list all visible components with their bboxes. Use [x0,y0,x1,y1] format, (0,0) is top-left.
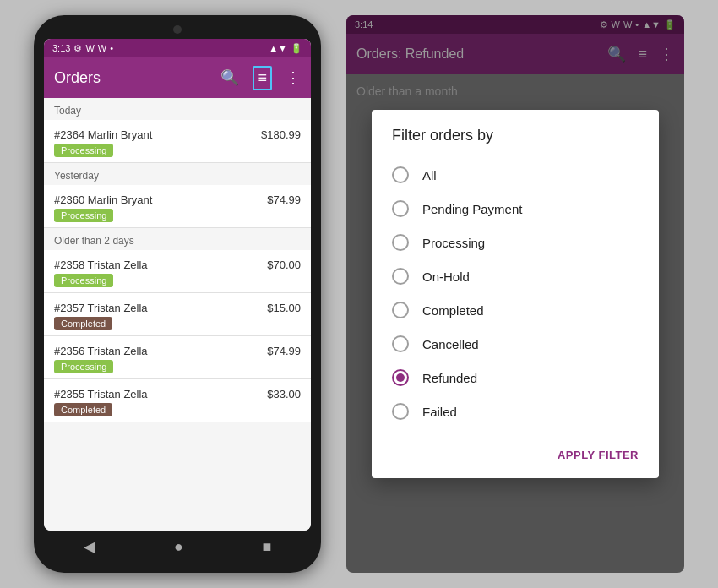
battery-icon: 🔋 [291,43,302,54]
radio-circle-failed [392,403,409,420]
radio-circle-completed [392,302,409,318]
status-badge: Processing [54,209,113,222]
back-button[interactable]: ◀ [84,537,95,556]
status-badge: Completed [54,403,112,416]
order-id-name: #2355 Tristan Zella [54,388,148,400]
radio-circle-all [392,166,409,183]
right-panel: 3:14 ⚙ W W • ▲▼ 🔋 Orders: Refunded 🔍 ≡ ⋮… [346,15,684,573]
phone-screen: 3:13 ⚙ W W • ▲▼ 🔋 Orders 🔍 ≡ ⋮ To [44,39,311,531]
order-item[interactable]: #2358 Tristan Zella $70.00 Processing [44,250,311,293]
wifi-icon: W [85,43,94,53]
order-id-name: #2360 Marlin Bryant [54,193,152,206]
radio-circle-processing [392,234,409,251]
search-icon[interactable]: 🔍 [220,68,239,87]
status-badge: Completed [54,317,112,330]
radio-circle-cancelled [392,335,409,352]
order-item[interactable]: #2360 Marlin Bryant $74.99 Processing [44,185,311,228]
more-options-icon[interactable]: ⋮ [286,68,301,87]
radio-label-refunded: Refunded [422,371,477,385]
radio-inner-refunded [396,373,405,382]
status-bar-left: 3:13 ⚙ W W • [52,43,113,54]
section-yesterday: Yesterday [44,163,311,185]
order-item[interactable]: #2364 Marlin Bryant $180.99 Processing [44,120,311,163]
order-id-name: #2364 Marlin Bryant [54,128,152,141]
filter-dialog: Filter orders by All Pending Payment Pro… [372,110,659,478]
phone-camera [173,25,182,34]
radio-cancelled[interactable]: Cancelled [372,327,659,361]
order-item[interactable]: #2357 Tristan Zella $15.00 Completed [44,293,311,336]
radio-processing[interactable]: Processing [372,226,659,259]
order-amount: $33.00 [267,388,301,400]
order-id-name: #2357 Tristan Zella [54,302,148,314]
section-today: Today [44,98,311,120]
radio-failed[interactable]: Failed [372,395,659,428]
radio-label-cancelled: Cancelled [422,337,479,351]
order-id-name: #2356 Tristan Zella [54,345,148,357]
signal-icon: ▲▼ [269,43,287,53]
order-amount: $70.00 [267,259,301,271]
order-amount: $74.99 [267,193,301,206]
status-badge: Processing [54,144,113,157]
app-bar-icons: 🔍 ≡ ⋮ [220,66,301,90]
radio-pending[interactable]: Pending Payment [372,192,659,226]
radio-label-pending: Pending Payment [422,202,522,216]
radio-completed[interactable]: Completed [372,293,659,327]
order-item[interactable]: #2355 Tristan Zella $33.00 Completed [44,379,311,422]
radio-circle-onhold [392,268,409,285]
order-id-name: #2358 Tristan Zella [54,259,148,271]
radio-label-onhold: On-Hold [422,270,470,284]
wp-icon: W [98,43,106,53]
dialog-actions: APPLY FILTER [372,435,659,478]
left-phone: 3:13 ⚙ W W • ▲▼ 🔋 Orders 🔍 ≡ ⋮ To [34,15,321,573]
dialog-overlay: Filter orders by All Pending Payment Pro… [346,15,684,573]
status-bar: 3:13 ⚙ W W • ▲▼ 🔋 [44,39,311,57]
order-item[interactable]: #2356 Tristan Zella $74.99 Processing [44,336,311,379]
radio-circle-refunded [392,369,409,386]
radio-label-processing: Processing [422,236,485,250]
status-bar-right: ▲▼ 🔋 [269,43,302,54]
order-amount: $74.99 [267,345,301,357]
radio-onhold[interactable]: On-Hold [372,259,659,293]
order-amount: $180.99 [261,128,301,141]
home-button[interactable]: ● [174,538,183,556]
filter-icon[interactable]: ≡ [253,66,272,90]
orders-list: Today #2364 Marlin Bryant $180.99 Proces… [44,98,311,531]
radio-label-completed: Completed [422,303,484,318]
app-bar: Orders 🔍 ≡ ⋮ [44,57,311,98]
dialog-title: Filter orders by [372,127,659,158]
status-badge: Processing [54,360,113,373]
order-amount: $15.00 [267,302,301,314]
radio-label-failed: Failed [422,405,457,419]
phone-nav-bar: ◀ ● ■ [44,531,311,563]
section-older: Older than 2 days [44,228,311,250]
app-title: Orders [54,69,101,87]
radio-label-all: All [422,168,437,182]
time-display: 3:13 [52,43,70,53]
dot-icon: • [110,43,113,53]
recents-button[interactable]: ■ [262,538,271,556]
radio-all[interactable]: All [372,158,659,192]
radio-circle-pending [392,200,409,217]
settings-icon: ⚙ [73,43,82,54]
radio-refunded[interactable]: Refunded [372,361,659,395]
status-badge: Processing [54,274,113,287]
apply-filter-button[interactable]: APPLY FILTER [551,442,645,468]
